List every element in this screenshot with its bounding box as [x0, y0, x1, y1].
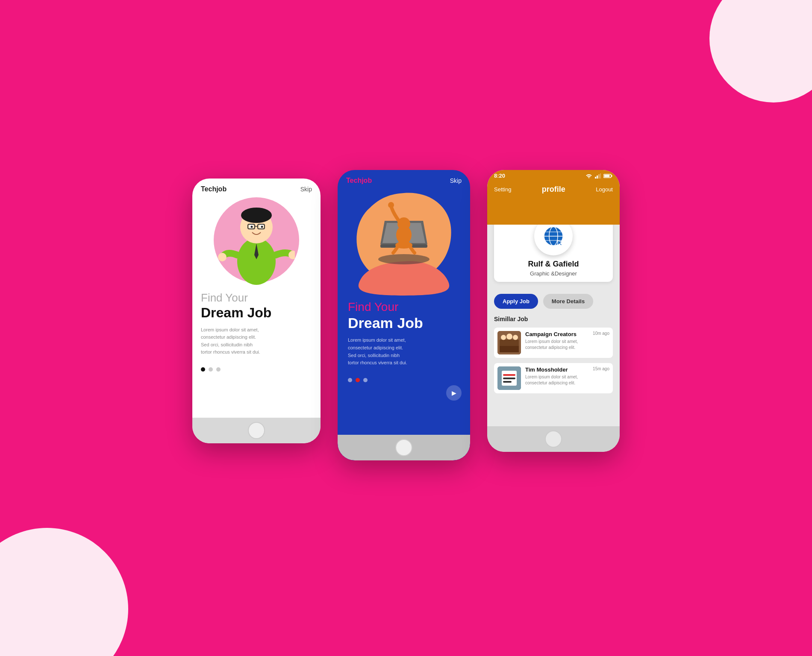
headline-part1-1: Find Your [201, 291, 312, 305]
svg-point-17 [388, 202, 394, 208]
job-desc-1: Lorem ipsum dolor sit amet, consectetur … [525, 339, 609, 351]
svg-rect-40 [503, 374, 515, 376]
status-bar: 8:20 [487, 170, 620, 182]
dot-2-inactive2 [363, 378, 368, 382]
skip-button-2[interactable]: Skip [450, 177, 462, 184]
job-info-2: Tim Mossholder 15m ago Lorem ipsum dolor… [525, 366, 609, 386]
job-time-2: 15m ago [593, 366, 609, 371]
character-svg-1 [218, 189, 295, 287]
svg-rect-21 [598, 174, 600, 179]
headline-part2-1: Dream Job [201, 305, 312, 321]
job-time-1: 10m ago [593, 331, 609, 336]
nav-profile-title: profile [542, 185, 565, 194]
profile-title-text: Graphic &Designer [530, 270, 577, 277]
phone-1-bottom [192, 418, 321, 443]
svg-rect-41 [503, 378, 515, 379]
dot-2-inactive1 [348, 378, 352, 382]
dot-1-active [201, 367, 205, 372]
phone-2-inner: Techjob Skip [338, 170, 470, 435]
svg-rect-25 [604, 175, 610, 177]
job-name-2: Tim Mossholder [525, 366, 568, 373]
phone-3: 8:20 [487, 170, 620, 452]
job-card-2: Tim Mossholder 15m ago Lorem ipsum dolor… [494, 363, 613, 393]
dots-row-1 [192, 360, 321, 378]
svg-rect-37 [500, 346, 519, 352]
home-button-1[interactable] [248, 422, 265, 439]
phone-3-inner: 8:20 [487, 170, 620, 426]
svg-point-34 [501, 335, 506, 340]
job-card-1: Campaign Creators 10m ago Lorem ipsum do… [494, 328, 613, 358]
phone-1-inner: Techjob Skip [192, 179, 321, 418]
job-header-2: Tim Mossholder 15m ago [525, 366, 609, 373]
figure-svg [370, 197, 438, 270]
apply-job-button[interactable]: Apply Job [494, 294, 538, 309]
svg-point-13 [378, 254, 430, 264]
similar-job-title: Simillar Job [494, 316, 613, 322]
job-header-1: Campaign Creators 10m ago [525, 331, 609, 337]
phone-2-bottom [338, 435, 470, 460]
job-name-1: Campaign Creators [525, 331, 577, 337]
phone-1: Techjob Skip [192, 179, 321, 443]
status-icons [585, 173, 613, 179]
bg-circle-top-right [709, 0, 812, 102]
phone-2-text-area: Find Your Dream Job Lorem ipsum dolor si… [338, 296, 470, 371]
brand-name-2: Techjob [346, 177, 372, 184]
pink-circle-1 [214, 197, 299, 283]
nav-setting[interactable]: Setting [494, 186, 511, 193]
home-button-3[interactable] [545, 430, 562, 448]
job-desc-2: Lorem ipsum dolor sit amet, consectetur … [525, 374, 609, 386]
job-thumbnail-2 [497, 366, 521, 390]
phone-3-bottom [487, 426, 620, 452]
nav-bar: Setting profile Logout [487, 182, 620, 199]
svg-point-18 [395, 242, 412, 249]
headline-part2-2: Dream Job [348, 314, 460, 332]
profile-info-area: Apply Job More Details Simillar Job [487, 287, 620, 426]
svg-rect-19 [595, 177, 596, 179]
nav-logout[interactable]: Logout [596, 186, 613, 193]
profile-name: Rulf & Gafield [528, 260, 579, 269]
svg-point-2 [241, 208, 272, 223]
svg-point-6 [261, 226, 263, 228]
dot-2-active [356, 378, 360, 382]
svg-rect-24 [612, 175, 612, 177]
svg-point-35 [506, 334, 512, 340]
globe-icon [541, 224, 565, 248]
svg-point-36 [513, 335, 518, 340]
phones-container: Techjob Skip [192, 170, 620, 486]
skip-button-1[interactable]: Skip [300, 186, 312, 193]
svg-point-12 [218, 253, 227, 261]
phone-2: Techjob Skip [338, 170, 470, 460]
status-time: 8:20 [494, 173, 505, 179]
next-button-2[interactable]: ▶ [446, 385, 462, 401]
description-1: Lorem ipsum dolor sit amet, consectetur … [201, 326, 312, 356]
job-thumbnail-1 [497, 331, 521, 354]
action-buttons: Apply Job More Details [494, 294, 613, 309]
svg-rect-20 [597, 176, 598, 179]
more-details-button[interactable]: More Details [543, 294, 593, 309]
home-button-2[interactable] [395, 439, 412, 456]
wifi-icon [585, 173, 592, 179]
description-2: Lorem ipsum dolor sit amet, consectetur … [348, 337, 460, 366]
bg-circle-bottom-left [0, 528, 128, 656]
battery-icon [603, 173, 613, 179]
svg-rect-42 [503, 381, 512, 383]
signal-icon [595, 173, 601, 179]
dot-1-inactive2 [216, 367, 221, 372]
job-info-1: Campaign Creators 10m ago Lorem ipsum do… [525, 331, 609, 351]
svg-rect-22 [600, 173, 601, 179]
phone-1-text-area: Find Your Dream Job Lorem ipsum dolor si… [192, 283, 321, 360]
headline-part1-2: Find Your [348, 300, 460, 314]
svg-point-5 [251, 226, 253, 228]
blob-container [338, 184, 470, 296]
profile-section [487, 199, 620, 225]
dot-1-inactive1 [209, 367, 213, 372]
